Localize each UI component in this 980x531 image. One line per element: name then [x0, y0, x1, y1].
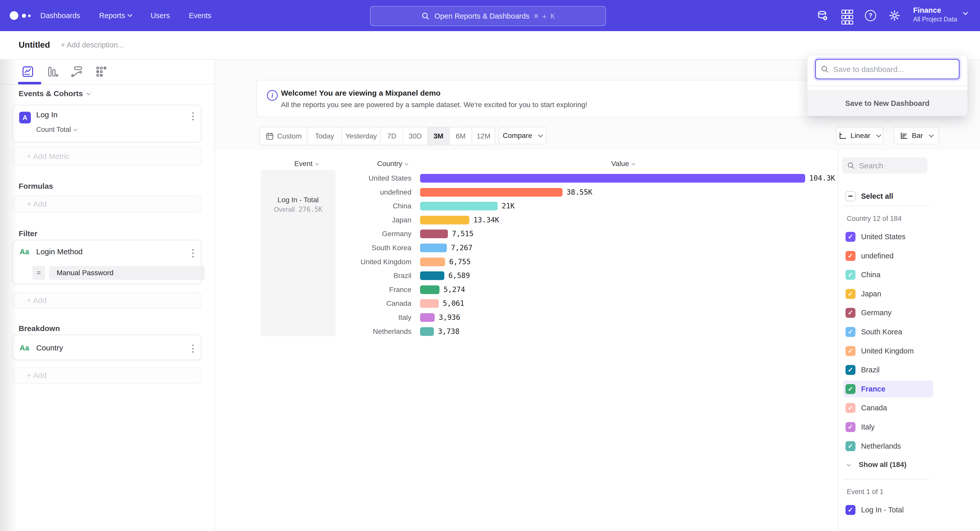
legend-item-italy[interactable]: ✓Italy: [843, 418, 933, 435]
breakdown-property-name[interactable]: Country: [36, 342, 63, 353]
bar-segment[interactable]: [420, 271, 444, 280]
filter-value-chip[interactable]: Manual Password: [49, 266, 205, 280]
kebab-menu-icon[interactable]: [192, 112, 194, 120]
filter-operator-chip[interactable]: =: [32, 266, 45, 280]
bar-segment[interactable]: [420, 244, 447, 252]
add-breakdown-button[interactable]: + Add: [13, 367, 201, 384]
bar-segment[interactable]: [420, 285, 439, 294]
checkbox-checked[interactable]: ✓: [845, 384, 856, 394]
chevron-down-icon: [86, 91, 90, 95]
data-management-icon[interactable]: [817, 10, 829, 21]
kebab-menu-icon[interactable]: [192, 249, 194, 257]
nav-item-dashboards[interactable]: Dashboards: [40, 11, 80, 20]
nav-item-users[interactable]: Users: [151, 11, 170, 20]
checkbox-checked[interactable]: ✓: [845, 365, 856, 375]
legend-item-france[interactable]: ✓France: [843, 380, 933, 397]
legend-item-undefined[interactable]: ✓undefined: [843, 247, 933, 264]
bar-value-label: 3,936: [439, 313, 460, 322]
legend-item-canada[interactable]: ✓Canada: [843, 399, 933, 416]
tab-flows[interactable]: [70, 65, 83, 78]
tab-insights[interactable]: [21, 65, 34, 78]
bar-segment[interactable]: [420, 216, 469, 224]
legend-item-log-in---total[interactable]: ✓Log In - Total: [843, 501, 933, 518]
bar-segment[interactable]: [420, 202, 498, 211]
checkbox-checked[interactable]: ✓: [845, 289, 856, 299]
bar-segment[interactable]: [420, 230, 448, 238]
nav-item-events[interactable]: Events: [189, 11, 212, 20]
date-range-6m[interactable]: 6M: [449, 127, 472, 145]
bar-segment[interactable]: [420, 299, 439, 308]
filter-property-name[interactable]: Login Method: [36, 246, 83, 257]
add-metric-button[interactable]: + Add Metric: [13, 147, 201, 165]
banner-subtitle: All the reports you see are powered by a…: [281, 101, 587, 109]
checkbox-checked[interactable]: ✓: [845, 270, 856, 280]
add-description-field[interactable]: + Add description...: [61, 31, 124, 59]
report-title[interactable]: Untitled: [19, 31, 50, 59]
bar-category-label: Italy: [215, 314, 411, 322]
chart-type-button[interactable]: Bar: [894, 127, 939, 144]
kebab-menu-icon[interactable]: [192, 345, 194, 353]
breakdown-card-country[interactable]: Aa Country: [13, 334, 201, 360]
checkbox-checked[interactable]: ✓: [845, 232, 856, 242]
checkbox-checked[interactable]: ✓: [845, 346, 856, 356]
tab-retention[interactable]: [95, 65, 108, 78]
settings-gear-icon[interactable]: [889, 10, 900, 21]
legend-item-brazil[interactable]: ✓Brazil: [843, 361, 933, 378]
chart-row: Canada5,061: [215, 296, 838, 311]
divider: [843, 206, 929, 206]
date-range-today[interactable]: Today: [307, 127, 342, 145]
metric-card-log-in[interactable]: A Log In Count Total: [13, 105, 201, 142]
bar-segment[interactable]: [420, 258, 445, 266]
column-header-value[interactable]: Value: [611, 158, 635, 170]
bar-segment[interactable]: [420, 313, 434, 322]
project-switcher[interactable]: Finance All Project Data: [913, 6, 957, 24]
legend-item-germany[interactable]: ✓Germany: [843, 304, 933, 321]
checkbox-checked[interactable]: ✓: [845, 308, 856, 318]
apps-grid-icon[interactable]: [841, 10, 853, 21]
legend-search-input[interactable]: [859, 157, 926, 174]
save-dashboard-input[interactable]: [833, 60, 956, 79]
tab-funnels[interactable]: [46, 65, 59, 78]
checkbox-checked[interactable]: ✓: [845, 505, 856, 515]
global-search-button[interactable]: Open Reports & Dashboards ⌘ + K: [370, 6, 606, 26]
column-header-event[interactable]: Event: [294, 158, 318, 170]
legend-item-south-korea[interactable]: ✓South Korea: [843, 323, 933, 340]
bar-segment[interactable]: [420, 188, 563, 197]
nav-item-reports[interactable]: Reports: [99, 11, 132, 20]
date-range-12m[interactable]: 12M: [472, 127, 495, 145]
filter-card-login-method[interactable]: Aa Login Method = Manual Password: [13, 240, 201, 284]
aggregation-dropdown[interactable]: Count Total: [36, 124, 77, 135]
add-filter-button[interactable]: + Add: [13, 292, 201, 309]
compare-button[interactable]: Compare: [499, 127, 546, 144]
legend-item-china[interactable]: ✓China: [843, 266, 933, 283]
select-all-checkbox-indeterminate[interactable]: [845, 191, 856, 201]
legend-item-label: Netherlands: [861, 442, 901, 450]
checkbox-checked[interactable]: ✓: [845, 441, 856, 451]
show-all-toggle[interactable]: Show all (184): [843, 459, 907, 470]
legend-item-netherlands[interactable]: ✓Netherlands: [843, 437, 933, 455]
column-header-country[interactable]: Country: [377, 158, 408, 170]
checkbox-checked[interactable]: ✓: [845, 403, 856, 413]
property-type-badge: Aa: [20, 342, 29, 353]
legend-item-japan[interactable]: ✓Japan: [843, 285, 933, 302]
bar-segment[interactable]: [420, 174, 805, 182]
select-all-row[interactable]: Select all: [843, 188, 893, 204]
bar-segment[interactable]: [420, 327, 434, 336]
add-formula-button[interactable]: + Add: [13, 196, 201, 212]
checkbox-checked[interactable]: ✓: [845, 251, 856, 261]
date-range-30d[interactable]: 30D: [403, 127, 427, 145]
legend-item-united-kingdom[interactable]: ✓United Kingdom: [843, 342, 933, 359]
metric-name[interactable]: Log In: [36, 109, 57, 120]
date-range-3m[interactable]: 3M: [427, 127, 449, 145]
legend-item-united-states[interactable]: ✓United States: [843, 228, 933, 245]
events-cohorts-header[interactable]: Events & Cohorts: [19, 88, 90, 99]
scale-selector-button[interactable]: Linear: [835, 127, 883, 144]
checkbox-checked[interactable]: ✓: [845, 422, 856, 432]
checkbox-checked[interactable]: ✓: [845, 327, 856, 337]
date-range-custom[interactable]: Custom: [260, 127, 307, 145]
bar-category-label: United States: [215, 174, 411, 182]
date-range-7d[interactable]: 7D: [380, 127, 403, 145]
save-to-new-dashboard-button[interactable]: Save to New Dashboard: [808, 90, 967, 116]
date-range-yesterday[interactable]: Yesterday: [342, 127, 380, 145]
help-icon[interactable]: ?: [865, 10, 877, 21]
